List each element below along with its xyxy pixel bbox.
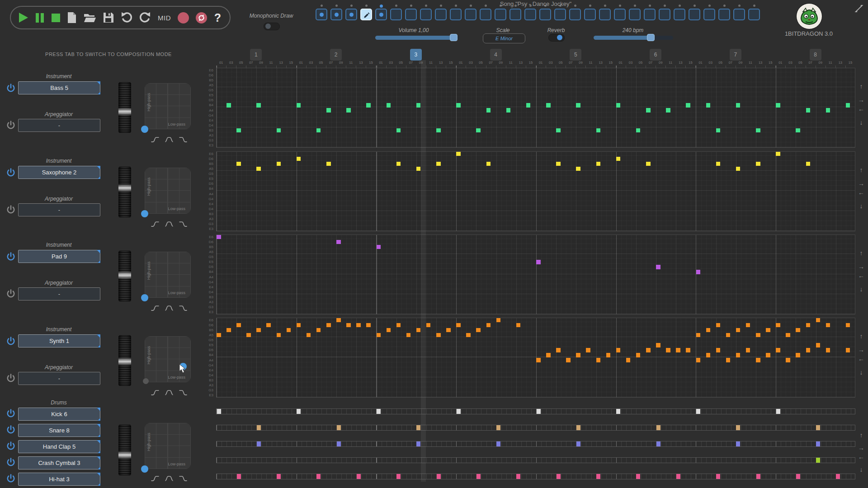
note-D6[interactable] (326, 323, 331, 328)
filter-position-dot[interactable] (141, 294, 148, 301)
note-A5[interactable] (277, 333, 281, 338)
note-D5[interactable] (666, 348, 670, 352)
note-E6[interactable] (336, 318, 341, 323)
filter-bandpass-icon[interactable] (164, 474, 174, 482)
note-D6[interactable] (716, 323, 721, 328)
note-B5[interactable] (436, 162, 441, 166)
arpeggiator-power-button[interactable] (6, 205, 16, 215)
pattern-square-21[interactable] (614, 9, 626, 20)
filter-bandpass-icon[interactable] (164, 389, 174, 396)
transpose-left-button[interactable]: ← (856, 189, 866, 196)
note-B3[interactable] (756, 128, 760, 133)
note-B5[interactable] (326, 162, 331, 166)
drum-field-hi-hat-3[interactable]: Hi-hat 3 (18, 473, 100, 486)
note-B5[interactable] (596, 162, 601, 166)
note-D5[interactable] (846, 348, 850, 352)
filter-position-dot[interactable] (141, 210, 148, 217)
note-E6[interactable] (217, 235, 221, 239)
transpose-up-button[interactable]: ↑ (856, 83, 866, 89)
note-B4[interactable] (546, 353, 551, 357)
section-button-6[interactable]: 6 (650, 49, 661, 61)
transpose-right-button[interactable]: → (856, 180, 866, 187)
note-B5[interactable] (277, 162, 281, 166)
note-B5[interactable] (486, 162, 491, 166)
drum-strip-crash-cymbal-3[interactable] (216, 457, 855, 463)
note-B5[interactable] (256, 328, 261, 333)
note-B3[interactable] (476, 128, 481, 133)
note-D6[interactable] (806, 323, 811, 328)
drum-note[interactable] (396, 474, 401, 479)
note-B3[interactable] (236, 128, 241, 133)
note-A4[interactable] (666, 108, 670, 113)
undo-button[interactable] (121, 11, 132, 24)
instrument-power-button[interactable] (6, 252, 16, 262)
note-A4[interactable] (326, 108, 331, 113)
filter-highpass-icon[interactable] (150, 304, 160, 312)
section-button-2[interactable]: 2 (330, 49, 342, 61)
note-B5[interactable] (736, 328, 741, 333)
note-A5[interactable] (466, 333, 471, 338)
note-B4[interactable] (736, 353, 741, 357)
note-E5[interactable] (656, 343, 660, 347)
drums-transpose-down-button[interactable]: ↓ (856, 466, 866, 473)
note-E6[interactable] (816, 318, 821, 323)
arpeggiator-power-button[interactable] (6, 373, 16, 383)
transpose-up-button[interactable]: ↑ (856, 333, 866, 339)
drum-field-crash-cymbal-3[interactable]: Crash Cymbal 3 (18, 456, 100, 469)
arpeggiator-power-button[interactable] (6, 120, 16, 130)
instrument-power-button[interactable] (6, 168, 16, 178)
volume-fader-wheel[interactable] (118, 335, 131, 386)
volume-fader-wheel[interactable] (118, 251, 131, 301)
note-A5[interactable] (786, 333, 790, 338)
pause-button[interactable] (35, 11, 45, 24)
pattern-square-19[interactable] (584, 9, 596, 20)
drum-note[interactable] (237, 474, 241, 479)
drum-note[interactable] (836, 474, 840, 479)
note-E5[interactable] (816, 343, 821, 347)
note-A4[interactable] (486, 108, 491, 113)
pattern-square-20[interactable] (599, 9, 611, 20)
note-B4[interactable] (226, 103, 231, 108)
pattern-square-9[interactable] (435, 9, 447, 20)
transpose-down-button[interactable]: ↓ (856, 369, 866, 375)
note-B4[interactable] (366, 103, 371, 108)
note-A5[interactable] (756, 333, 760, 338)
note-B4[interactable] (606, 353, 611, 357)
pattern-square-1[interactable] (316, 9, 327, 20)
pattern-square-27[interactable] (703, 9, 715, 20)
note-B5[interactable] (387, 328, 391, 333)
filter-highpass-icon[interactable] (150, 474, 160, 482)
arpeggiator-field[interactable]: - (18, 119, 100, 132)
drum-note[interactable] (297, 409, 301, 414)
section-button-7[interactable]: 7 (730, 49, 741, 61)
filter-lowpass-icon[interactable] (178, 220, 188, 228)
volume-fader-wheel[interactable] (118, 167, 131, 217)
note-A4[interactable] (786, 358, 790, 362)
drum-note[interactable] (816, 458, 820, 463)
note-A4[interactable] (646, 108, 651, 113)
scale-selector[interactable]: E Minor (483, 33, 525, 43)
note-B4[interactable] (736, 103, 741, 108)
note-B5[interactable] (396, 162, 401, 166)
redo-button[interactable] (139, 11, 151, 24)
pattern-square-10[interactable] (450, 9, 462, 20)
drum-note[interactable] (337, 425, 341, 430)
note-B4[interactable] (297, 103, 301, 108)
loop-button[interactable] (196, 11, 207, 24)
note-D5[interactable] (656, 265, 660, 269)
drum-note[interactable] (416, 441, 420, 446)
drum-power-button[interactable] (6, 457, 16, 467)
drum-note[interactable] (316, 474, 321, 479)
pattern-square-24[interactable] (659, 9, 670, 20)
drums-transpose-right-button[interactable]: → (856, 445, 866, 451)
note-B5[interactable] (646, 162, 651, 166)
instrument-power-button[interactable] (6, 336, 16, 346)
note-A4[interactable] (566, 358, 571, 362)
note-D6[interactable] (396, 323, 401, 328)
drum-note[interactable] (537, 409, 541, 414)
note-B3[interactable] (636, 128, 641, 133)
drum-power-button[interactable] (6, 474, 16, 483)
pattern-square-12[interactable] (480, 9, 491, 20)
note-D6[interactable] (516, 323, 521, 328)
filter-lowpass-icon[interactable] (178, 389, 188, 396)
